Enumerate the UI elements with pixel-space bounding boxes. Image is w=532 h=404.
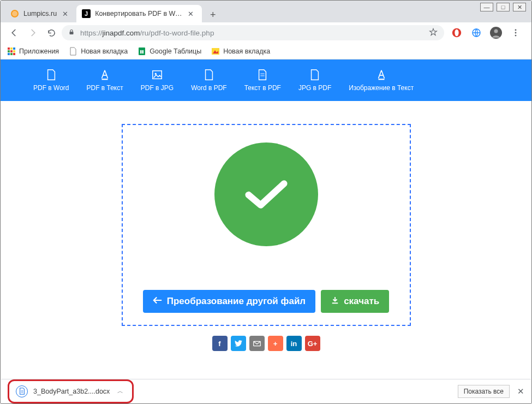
tool-pdf-to-text[interactable]: PDF в Текст: [87, 69, 123, 92]
svg-point-6: [455, 29, 458, 37]
svg-point-10: [515, 29, 517, 31]
convert-another-button[interactable]: Преобразование другой файл: [143, 290, 315, 313]
tool-text-to-pdf[interactable]: Текст в PDF: [244, 69, 281, 92]
new-tab-button[interactable]: +: [205, 7, 220, 22]
bookmark-apps[interactable]: Приложения: [7, 47, 59, 56]
download-button[interactable]: скачать: [321, 290, 389, 313]
download-shelf: 3_BodyPart_a3b2....docx ︿ Показать все ✕: [1, 379, 531, 403]
tool-label: PDF в Word: [33, 84, 69, 92]
minimize-button[interactable]: —: [480, 3, 493, 11]
jinapdf-favicon: J: [82, 9, 91, 18]
bookmark-newtab-1[interactable]: Новая вкладка: [69, 47, 128, 56]
address-bar[interactable]: https://jinapdf.com/ru/pdf-to-word-file.…: [62, 25, 444, 40]
lumpics-favicon: [10, 9, 19, 18]
url-text: https://jinapdf.com/ru/pdf-to-word-file.…: [80, 29, 423, 37]
bookmark-newtab-2[interactable]: Новая вкладка: [211, 47, 270, 56]
svg-rect-18: [13, 50, 15, 52]
tool-label: Текст в PDF: [244, 84, 281, 92]
tool-image-to-text[interactable]: Изображение в Текст: [349, 69, 414, 92]
tool-pdf-to-word[interactable]: PDF в Word: [33, 69, 69, 92]
close-tab-icon[interactable]: ✕: [187, 10, 194, 17]
close-tab-icon[interactable]: ✕: [61, 10, 69, 17]
success-checkmark-icon: [214, 142, 318, 246]
opera-extension-icon[interactable]: [451, 27, 463, 39]
arrow-left-icon: [153, 296, 163, 307]
highlight-box: 3_BodyPart_a3b2....docx ︿: [8, 379, 134, 403]
share-facebook-icon[interactable]: f: [212, 336, 228, 351]
tab-title: Lumpics.ru: [23, 10, 57, 17]
bookmark-label: Новая вкладка: [223, 47, 270, 55]
button-label: Преобразование другой файл: [167, 296, 306, 307]
svg-rect-13: [8, 47, 10, 50]
address-bar-row: https://jinapdf.com/ru/pdf-to-word-file.…: [1, 22, 531, 43]
share-addthis-icon[interactable]: +: [268, 336, 283, 351]
svg-rect-4: [70, 32, 74, 34]
page-content: PDF в Word PDF в Текст PDF в JPG Word в …: [1, 60, 531, 381]
svg-point-9: [494, 29, 498, 33]
tab-jinapdf[interactable]: J Конвертировать PDF в Word - P ✕: [76, 5, 202, 22]
svg-rect-21: [13, 53, 15, 55]
download-item[interactable]: 3_BodyPart_a3b2....docx ︿: [10, 382, 129, 401]
menu-icon[interactable]: [510, 27, 522, 39]
avatar-icon[interactable]: [490, 27, 502, 39]
tool-jpg-to-pdf[interactable]: JPG в PDF: [298, 69, 331, 92]
shelf-right-controls: Показать все ✕: [458, 385, 524, 398]
maximize-button[interactable]: □: [497, 3, 510, 11]
globe-extension-icon[interactable]: [470, 27, 482, 39]
tab-strip: Lumpics.ru ✕ J Конвертировать PDF в Word…: [1, 1, 531, 22]
tool-word-to-pdf[interactable]: Word в PDF: [191, 69, 227, 92]
download-filename: 3_BodyPart_a3b2....docx: [33, 388, 110, 395]
svg-point-12: [515, 35, 517, 37]
svg-rect-14: [10, 47, 13, 50]
back-button[interactable]: [6, 25, 22, 41]
dropzone[interactable]: Преобразование другой файл скачать: [122, 124, 411, 326]
action-buttons: Преобразование другой файл скачать: [143, 290, 390, 313]
tool-label: JPG в PDF: [298, 84, 331, 92]
svg-rect-20: [10, 53, 13, 55]
bookmark-label: Приложения: [19, 47, 59, 55]
bookmarks-bar: Приложения Новая вкладка Google Таблицы …: [1, 43, 531, 60]
tab-title: Конвертировать PDF в Word - P: [95, 10, 182, 17]
svg-text:J: J: [85, 10, 88, 17]
share-twitter-icon[interactable]: [231, 336, 246, 351]
share-googleplus-icon[interactable]: G+: [305, 336, 320, 351]
svg-rect-16: [8, 50, 10, 52]
share-linkedin-icon[interactable]: in: [286, 336, 302, 351]
window-controls: — □ ✕: [480, 3, 526, 11]
forward-button[interactable]: [25, 25, 41, 41]
chevron-up-icon[interactable]: ︿: [117, 387, 123, 395]
download-icon: [331, 296, 339, 307]
conversion-toolbar: PDF в Word PDF в Текст PDF в JPG Word в …: [1, 60, 531, 101]
share-email-icon[interactable]: [249, 336, 265, 351]
social-share-row: f + in G+: [1, 336, 531, 351]
bookmark-sheets[interactable]: Google Таблицы: [138, 47, 201, 56]
bookmark-label: Google Таблицы: [150, 47, 201, 55]
tool-pdf-to-jpg[interactable]: PDF в JPG: [141, 69, 174, 92]
bookmark-label: Новая вкладка: [81, 47, 128, 55]
svg-rect-15: [13, 47, 15, 50]
window-frame: — □ ✕ Lumpics.ru ✕ J Конвертировать PDF …: [0, 0, 532, 404]
star-icon[interactable]: [429, 28, 438, 38]
reload-button[interactable]: [43, 25, 59, 41]
tool-label: Word в PDF: [191, 84, 227, 92]
tab-lumpics[interactable]: Lumpics.ru ✕: [5, 5, 76, 22]
svg-rect-19: [8, 53, 10, 55]
tool-label: Изображение в Текст: [349, 84, 414, 92]
svg-point-11: [515, 32, 517, 34]
svg-rect-17: [10, 50, 13, 52]
close-shelf-icon[interactable]: ✕: [517, 387, 524, 396]
show-all-downloads-button[interactable]: Показать все: [458, 385, 510, 398]
document-icon: [16, 385, 28, 397]
extension-icons: [446, 27, 526, 39]
tool-label: PDF в Текст: [87, 84, 123, 92]
tool-label: PDF в JPG: [141, 84, 174, 92]
lock-icon: [68, 28, 75, 37]
close-window-button[interactable]: ✕: [513, 3, 526, 11]
svg-point-1: [12, 11, 17, 16]
button-label: скачать: [344, 296, 379, 307]
